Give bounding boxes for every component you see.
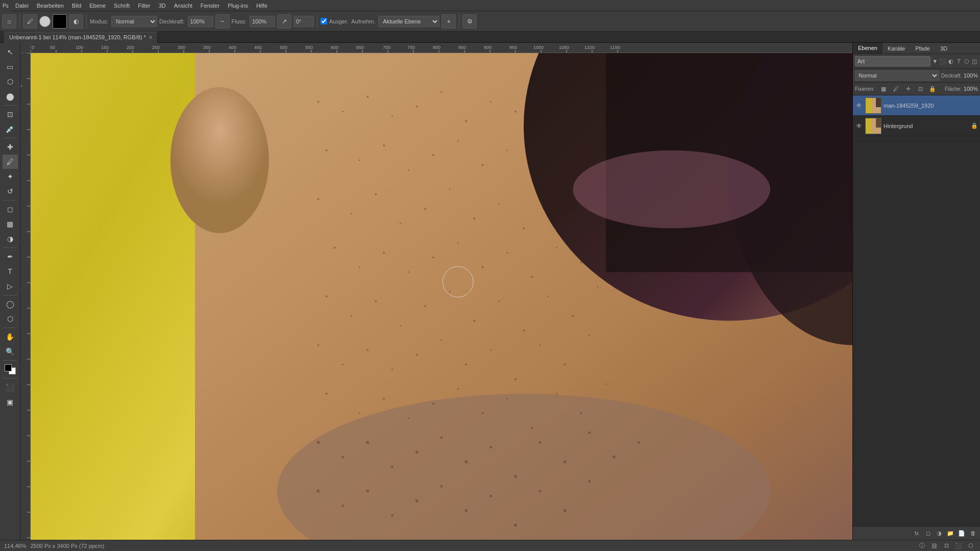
tab-kanaele[interactable]: Kanäle bbox=[883, 43, 910, 54]
layer-kind-btn[interactable]: ▼ bbox=[932, 56, 938, 66]
tabbar: Unbenannt-1 bei 114% (man-1845259_1920, … bbox=[0, 32, 980, 43]
foreground-color[interactable] bbox=[53, 14, 67, 29]
hand-tool[interactable]: ✋ bbox=[3, 330, 18, 344]
history-brush-tool[interactable]: ↺ bbox=[3, 184, 18, 198]
color-picker[interactable] bbox=[3, 362, 18, 377]
layer-filter-adj[interactable]: ◐ bbox=[947, 56, 954, 66]
gradient-tool[interactable]: ▦ bbox=[3, 217, 18, 231]
marquee-tool[interactable]: ▭ bbox=[3, 60, 18, 74]
tool-sep-3 bbox=[3, 200, 17, 201]
menu-hilfe[interactable]: Hilfe bbox=[252, 2, 272, 10]
layer-adj-btn[interactable]: ◑ bbox=[934, 528, 944, 538]
move-tool[interactable]: ↖ bbox=[3, 45, 18, 59]
layer-2-visibility[interactable]: 👁 bbox=[855, 122, 863, 130]
ebene-select[interactable]: Aktuelle Ebene bbox=[378, 16, 439, 27]
menu-bearbeiten[interactable]: Bearbeiten bbox=[33, 2, 68, 10]
clone-tool[interactable]: ✦ bbox=[3, 169, 18, 184]
svg-point-140 bbox=[572, 315, 574, 317]
active-tab[interactable]: Unbenannt-1 bei 114% (man-1845259_1920, … bbox=[4, 32, 158, 43]
menu-bild[interactable]: Bild bbox=[68, 2, 85, 10]
layer-filter-type[interactable]: T bbox=[955, 56, 962, 66]
menu-plugins[interactable]: Plug-ins bbox=[224, 2, 252, 10]
tab-3d[interactable]: 3D bbox=[935, 43, 952, 54]
lock-all-btn[interactable]: 🔒 bbox=[927, 84, 938, 94]
layer-filter-shape[interactable]: ⬡ bbox=[963, 56, 970, 66]
layer-group-btn[interactable]: 📁 bbox=[945, 528, 955, 538]
brush-size-btn[interactable] bbox=[39, 16, 51, 27]
layer-filter-pixel[interactable]: ⬛ bbox=[939, 56, 946, 66]
lock-position-btn[interactable]: ✛ bbox=[903, 84, 913, 94]
status-snap-btn[interactable]: ⊡ bbox=[941, 541, 951, 551]
status-grid-btn[interactable]: ⬡ bbox=[966, 541, 976, 551]
zoom-tool[interactable]: 🔍 bbox=[3, 344, 18, 359]
dodge-tool[interactable]: ◑ bbox=[3, 232, 18, 246]
deckkraft-input[interactable] bbox=[188, 16, 213, 27]
layer-delete-btn[interactable]: 🗑 bbox=[968, 528, 978, 538]
menu-fenster[interactable]: Fenster bbox=[197, 2, 224, 10]
pen-tool[interactable]: ✒ bbox=[3, 249, 18, 264]
menu-ebene[interactable]: Ebene bbox=[85, 2, 110, 10]
svg-point-113 bbox=[498, 203, 500, 205]
svg-point-178 bbox=[612, 456, 616, 459]
lock-artboard-btn[interactable]: ⊡ bbox=[915, 84, 925, 94]
toolbar: ⌂ 🖊 ◐ Modus: Normal Multiplizieren Deckk… bbox=[0, 11, 980, 32]
eyedropper-tool[interactable]: 💉 bbox=[3, 122, 18, 136]
screenmode-tool[interactable]: ▣ bbox=[3, 395, 18, 409]
svg-point-104 bbox=[580, 140, 582, 142]
svg-point-123 bbox=[457, 242, 459, 244]
svg-point-102 bbox=[531, 174, 533, 176]
lock-paint-btn[interactable]: 🖊 bbox=[891, 84, 901, 94]
svg-point-160 bbox=[482, 412, 484, 414]
quickselect-tool[interactable]: ⬤ bbox=[3, 89, 18, 104]
quickmask-tool[interactable]: ⬛ bbox=[3, 380, 18, 394]
svg-point-101 bbox=[506, 149, 508, 151]
menu-ansicht[interactable]: Ansicht bbox=[170, 2, 197, 10]
home-button[interactable]: ⌂ bbox=[2, 14, 16, 29]
lasso-tool[interactable]: ⬡ bbox=[3, 74, 18, 89]
status-info-btn[interactable]: ⓘ bbox=[917, 541, 927, 551]
tab-pfade[interactable]: Pfade bbox=[910, 43, 935, 54]
flow-toggle[interactable]: ~ bbox=[215, 14, 230, 29]
layer-item-1[interactable]: 👁 man-1845259_1920 bbox=[853, 95, 980, 116]
layer-1-name: man-1845259_1920 bbox=[884, 103, 978, 109]
layer-1-visibility[interactable]: 👁 bbox=[855, 102, 863, 109]
svg-text:Ps: Ps bbox=[3, 3, 9, 9]
status-link-btn[interactable]: ⛓ bbox=[929, 541, 939, 551]
more-options-btn[interactable]: ⚙ bbox=[462, 14, 477, 29]
layer-new-btn[interactable]: 📄 bbox=[957, 528, 967, 538]
healing-tool[interactable]: ✚ bbox=[3, 140, 18, 154]
path-select-tool[interactable]: ▷ bbox=[3, 279, 18, 293]
svg-point-183 bbox=[391, 514, 394, 517]
canvas-image bbox=[31, 53, 852, 540]
brush-hardness-btn[interactable]: ◐ bbox=[69, 14, 83, 29]
brush-tool-btn[interactable]: 🖊 bbox=[23, 14, 37, 29]
svg-point-147 bbox=[441, 339, 443, 341]
layer-fx-btn[interactable]: fx bbox=[912, 528, 922, 538]
blend-mode-select[interactable]: Normal bbox=[855, 70, 939, 81]
svg-text:700: 700 bbox=[383, 45, 390, 50]
layer-item-2[interactable]: 👁 Hintergrund 🔒 bbox=[853, 116, 980, 136]
symmetry-btn[interactable]: ⌖ bbox=[442, 14, 456, 29]
menu-datei[interactable]: Datei bbox=[11, 2, 33, 10]
menu-3d[interactable]: 3D bbox=[155, 2, 170, 10]
lock-transparent-btn[interactable]: ▦ bbox=[878, 84, 889, 94]
layer-search-input[interactable] bbox=[855, 56, 930, 66]
text-tool[interactable]: T bbox=[3, 264, 18, 279]
layer-mask-btn[interactable]: ◻ bbox=[923, 528, 933, 538]
menu-filter[interactable]: Filter bbox=[134, 2, 154, 10]
3d-tool[interactable]: ⬡ bbox=[3, 312, 18, 326]
menu-schrift[interactable]: Schrift bbox=[110, 2, 134, 10]
ausrichten-checkbox[interactable] bbox=[321, 18, 327, 24]
angle-input[interactable] bbox=[293, 16, 314, 27]
modus-select[interactable]: Normal Multiplizieren bbox=[111, 16, 157, 27]
shape-tool[interactable]: ◯ bbox=[3, 297, 18, 311]
status-more-btn[interactable]: ⬛ bbox=[953, 541, 964, 551]
brush-tool[interactable]: 🖊 bbox=[3, 155, 18, 169]
eraser-tool[interactable]: ◻ bbox=[3, 202, 18, 216]
fluss-input[interactable] bbox=[250, 16, 275, 27]
tab-close-button[interactable]: × bbox=[149, 34, 152, 40]
crop-tool[interactable]: ⊡ bbox=[3, 107, 18, 121]
layer-filter-smart[interactable]: ◫ bbox=[971, 56, 978, 66]
tab-ebenen[interactable]: Ebenen bbox=[853, 43, 883, 54]
angle-btn[interactable]: ↗ bbox=[277, 14, 291, 29]
